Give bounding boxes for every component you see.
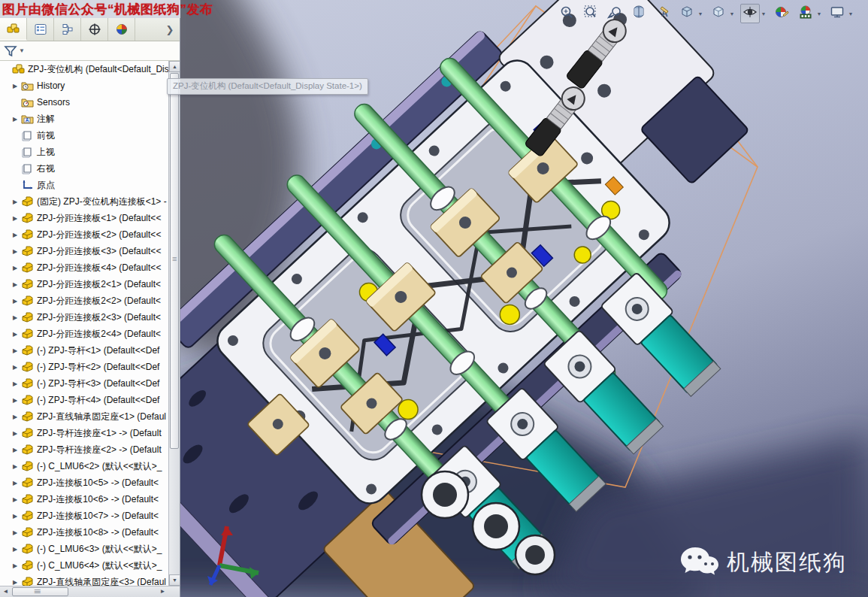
expand-arrow-icon[interactable]: ▶ [9, 496, 21, 503]
apply-scene-dropdown-caret[interactable]: ▼ [815, 11, 823, 17]
tab-displaymanager[interactable] [108, 18, 135, 41]
expand-arrow-icon[interactable]: ▶ [9, 83, 21, 89]
previous-view-button[interactable] [605, 4, 625, 23]
expand-arrow-icon[interactable]: ▶ [9, 331, 21, 338]
tree-item[interactable]: 右视 [0, 160, 168, 177]
tree-item[interactable]: ▶ZPJ-分距连接板<3> (Default<< [0, 243, 168, 259]
view-orientation-dropdown-caret[interactable]: ▼ [697, 11, 704, 17]
scroll-left-button[interactable]: ◄ [0, 586, 11, 597]
horizontal-scroll-thumb[interactable] [12, 587, 68, 596]
scroll-right-button[interactable]: ► [157, 586, 168, 597]
expand-arrow-icon[interactable]: ▶ [9, 380, 21, 387]
expand-arrow-icon[interactable]: ▶ [9, 364, 21, 371]
vertical-scrollbar[interactable]: ▲ ▼ [168, 61, 180, 586]
expand-arrow-icon[interactable]: ▶ [9, 513, 21, 520]
expand-arrow-icon[interactable]: ▶ [9, 397, 21, 404]
expand-arrow-icon[interactable]: ▶ [9, 281, 21, 288]
tree-item[interactable]: Sensors [0, 94, 168, 111]
filter-funnel-icon[interactable] [4, 44, 17, 58]
tree-item[interactable]: ▶(-) ZPJ-导杆<2> (Default<<Def [0, 359, 168, 375]
tree-item[interactable]: ▶(-) ZPJ-导杆<1> (Default<<Def [0, 342, 168, 359]
display-style-dropdown-caret[interactable]: ▼ [728, 11, 736, 17]
expand-arrow-icon[interactable]: ▶ [9, 347, 21, 354]
folder-annotations-icon: A [21, 113, 34, 125]
tree-item[interactable]: ▶(-) C_LMU6<3> (默认<<默认>_ [0, 541, 168, 557]
scroll-up-button[interactable]: ▲ [169, 61, 180, 72]
tree-item[interactable]: ▶ZPJ-分距连接板<2> (Default<< [0, 226, 168, 243]
tree-item-label: ZPJ-连接板10<6> -> (Default< [37, 493, 159, 506]
tree-item[interactable]: ▶ZPJ-导杆连接座<1> -> (Default [0, 425, 168, 441]
expand-arrow-icon[interactable]: ▶ [9, 265, 21, 271]
tree-item[interactable]: ▶ZPJ-分距连接板2<3> (Default< [0, 309, 168, 326]
view-settings-dropdown-caret[interactable]: ▼ [847, 11, 854, 17]
tree-item[interactable]: 前视 [0, 127, 168, 144]
tree-item-label: ZPJ-直线轴承固定座<3> (Defaul [37, 576, 166, 586]
tab-dimxpertmanager[interactable] [81, 18, 108, 41]
expand-arrow-icon[interactable]: ▶ [9, 248, 21, 255]
expand-arrow-icon[interactable]: ▶ [9, 414, 21, 420]
tab-featuremanager[interactable] [0, 18, 27, 41]
tree-item[interactable]: ▶ZPJ-导杆连接座<2> -> (Default [0, 441, 168, 458]
hide-show-items-dropdown-caret[interactable]: ▼ [760, 11, 767, 17]
part-icon [21, 212, 34, 224]
tree-item[interactable]: ▶(-) ZPJ-导杆<4> (Default<<Def [0, 392, 168, 408]
tree-item[interactable]: ▶ZPJ-分距连接板<4> (Default<< [0, 259, 168, 276]
expand-arrow-icon[interactable]: ▶ [9, 579, 21, 586]
expand-arrow-icon[interactable]: ▶ [9, 546, 21, 553]
tree-item[interactable]: ▶ZPJ-连接板10<5> -> (Default< [0, 474, 168, 491]
tree-item[interactable]: 原点 [0, 177, 168, 193]
more-tabs-button[interactable]: ❯ [160, 18, 180, 41]
edit-appearance-button[interactable] [772, 4, 791, 23]
tree-item[interactable]: ▶ZPJ-分距连接板2<1> (Default< [0, 276, 168, 292]
tree-item-label: 上视 [37, 146, 55, 159]
expand-arrow-icon[interactable]: ▶ [9, 215, 21, 222]
hide-show-items-button[interactable] [740, 4, 760, 23]
expand-arrow-icon[interactable]: ▶ [9, 232, 21, 238]
zoom-to-fit-button[interactable] [557, 4, 576, 23]
display-style-button[interactable] [709, 4, 728, 23]
tree-item[interactable]: ▶ZPJ-分距连接板<1> (Default<< [0, 210, 168, 226]
expand-arrow-icon[interactable]: ▶ [9, 430, 21, 437]
expand-arrow-icon[interactable]: ▶ [9, 198, 21, 205]
view-settings-button[interactable] [827, 4, 847, 23]
tree-item[interactable]: ▶ZPJ-连接板10<6> -> (Default< [0, 491, 168, 508]
expand-arrow-icon[interactable]: ▶ [9, 463, 21, 470]
tree-item[interactable]: ▶ZPJ-连接板10<7> -> (Default< [0, 508, 168, 524]
tree-item[interactable]: ▶ZPJ-分距连接板2<2> (Default< [0, 292, 168, 309]
apply-scene-button[interactable] [796, 4, 815, 23]
tree-root-assembly[interactable]: ZPJ-变位机构 (Default<Default_Dis [0, 61, 168, 77]
tab-propertymanager[interactable] [27, 18, 54, 41]
expand-arrow-icon[interactable]: ▶ [9, 480, 21, 486]
expand-arrow-icon[interactable]: ▶ [9, 298, 21, 305]
section-view-button[interactable] [629, 4, 649, 23]
expand-arrow-icon[interactable]: ▶ [9, 314, 21, 321]
vertical-scroll-thumb[interactable] [170, 73, 179, 449]
tab-configurationmanager[interactable] [54, 18, 81, 41]
tree-item[interactable]: ▶A注解 [0, 111, 168, 127]
solidworks-window: 图片由微信公众号“机械图纸狗”发布 A▼▼▼▼▼ ZPJ-变位机构 (Defau… [0, 0, 868, 597]
expand-arrow-icon[interactable]: ▶ [9, 562, 21, 569]
zoom-to-area-button[interactable] [581, 4, 600, 23]
tree-item[interactable]: ▶ZPJ-分距连接板2<4> (Default< [0, 326, 168, 342]
tree-item[interactable]: 上视 [0, 144, 168, 160]
annotation-visibility-button[interactable]: A [653, 4, 673, 23]
tree-item[interactable]: ▶(-) C_LMU6<4> (默认<<默认>_ [0, 557, 168, 574]
expand-arrow-icon[interactable]: ▶ [9, 529, 21, 536]
expand-arrow-icon[interactable]: ▶ [9, 447, 21, 453]
scroll-down-button[interactable]: ▼ [169, 574, 180, 586]
tree-item[interactable]: ▶ZPJ-连接板10<8> -> (Default< [0, 524, 168, 541]
part-icon [21, 427, 34, 439]
annotation-visibility-icon: A [655, 5, 670, 23]
section-view-icon [631, 5, 646, 23]
tree-item[interactable]: ▶(-) C_LMU6<2> (默认<<默认>_ [0, 458, 168, 474]
horizontal-scrollbar[interactable]: ◄ ► [0, 586, 180, 597]
filter-caret[interactable]: ▼ [19, 47, 25, 54]
tree-item[interactable]: ▶History [0, 77, 168, 94]
view-orientation-button[interactable] [677, 4, 697, 23]
part-icon [21, 543, 34, 555]
tree-item[interactable]: ▶ZPJ-直线轴承固定座<1> (Defaul [0, 408, 168, 425]
expand-arrow-icon[interactable]: ▶ [9, 116, 21, 123]
tree-item[interactable]: ▶ZPJ-直线轴承固定座<3> (Defaul [0, 574, 168, 586]
tree-item[interactable]: ▶(-) ZPJ-导杆<3> (Default<<Def [0, 375, 168, 392]
tree-item[interactable]: ▶(固定) ZPJ-变位机构连接板<1> - [0, 193, 168, 210]
